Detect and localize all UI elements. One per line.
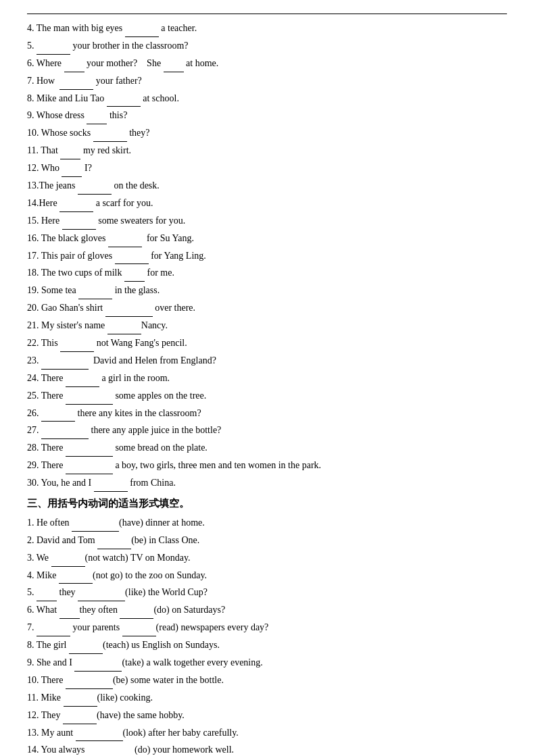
p2-line-12: 12. They (have) the same hobby.: [27, 707, 507, 724]
p2-line-2: 2. David and Tom (be) in Class One.: [27, 532, 507, 549]
line-23: 23. David and Helen from England?: [27, 352, 507, 370]
blank: [164, 72, 184, 72]
line-21: 21. My sister's name Nancy.: [27, 317, 507, 334]
line-9: 9. Whose dress this?: [27, 107, 507, 124]
line-13: 13.The jeans on the desk.: [27, 177, 507, 195]
line-17: 17. This pair of gloves for Yang Ling.: [27, 247, 507, 265]
p2-line-9: 9. She and I (take) a walk together ever…: [27, 654, 507, 672]
content-area: 4. The man with big eyes a teacher. 5. y…: [27, 20, 507, 756]
blank: [94, 491, 128, 492]
line-4: 4. The man with big eyes a teacher.: [27, 20, 507, 37]
line-16: 16. The black gloves for Su Yang.: [27, 230, 507, 247]
line-5: 5. your brother in the classroom?: [27, 37, 507, 55]
line-26: 26. there any kites in the classroom?: [27, 405, 507, 422]
p2-line-7: 7. your parents (read) newspapers every …: [27, 619, 507, 636]
line-28: 28. There some bread on the plate.: [27, 439, 507, 457]
p2-line-4: 4. Mike (not go) to the zoo on Sunday.: [27, 567, 507, 584]
p2-line-14: 14. You always (do) your homework well.: [27, 741, 507, 756]
line-6: 6. Where your mother? She at home.: [27, 55, 507, 72]
p2-line-13: 13. My aunt (look) after her baby carefu…: [27, 724, 507, 742]
p2-line-6: 6. What they often (do) on Saturdays?: [27, 601, 507, 619]
p2-line-8: 8. The girl (teach) us English on Sunday…: [27, 636, 507, 654]
line-19: 19. Some tea in the glass.: [27, 282, 507, 299]
line-24: 24. There a girl in the room.: [27, 370, 507, 387]
line-8: 8. Mike and Liu Tao at school.: [27, 90, 507, 107]
line-30: 30. You, he and I from China.: [27, 474, 507, 492]
line-20: 20. Gao Shan's shirt over there.: [27, 299, 507, 317]
line-7: 7. How your father?: [27, 72, 507, 90]
line-18: 18. The two cups of milk for me.: [27, 264, 507, 282]
line-11: 11. That my red skirt.: [27, 142, 507, 159]
p2-line-11: 11. Mike (like) cooking.: [27, 689, 507, 707]
section2-title: 三、用括号内动词的适当形式填空。: [27, 495, 507, 513]
line-15: 15. Here some sweaters for you.: [27, 212, 507, 230]
line-12: 12. Who I?: [27, 159, 507, 177]
line-22: 22. This not Wang Fang's pencil.: [27, 334, 507, 352]
line-29: 29. There a boy, two girls, three men an…: [27, 457, 507, 474]
p2-line-10: 10. There (be) some water in the bottle.: [27, 672, 507, 689]
line-25: 25. There some apples on the tree.: [27, 387, 507, 405]
p2-line-3: 3. We (not watch) TV on Monday.: [27, 549, 507, 567]
line-10: 10. Whose socks they?: [27, 124, 507, 142]
top-divider: [27, 14, 507, 14]
line-14: 14.Here a scarf for you.: [27, 195, 507, 212]
p2-line-5: 5. they (like) the World Cup?: [27, 584, 507, 601]
line-27: 27. there any apple juice in the bottle?: [27, 422, 507, 439]
p2-line-1: 1. He often (have) dinner at home.: [27, 514, 507, 532]
